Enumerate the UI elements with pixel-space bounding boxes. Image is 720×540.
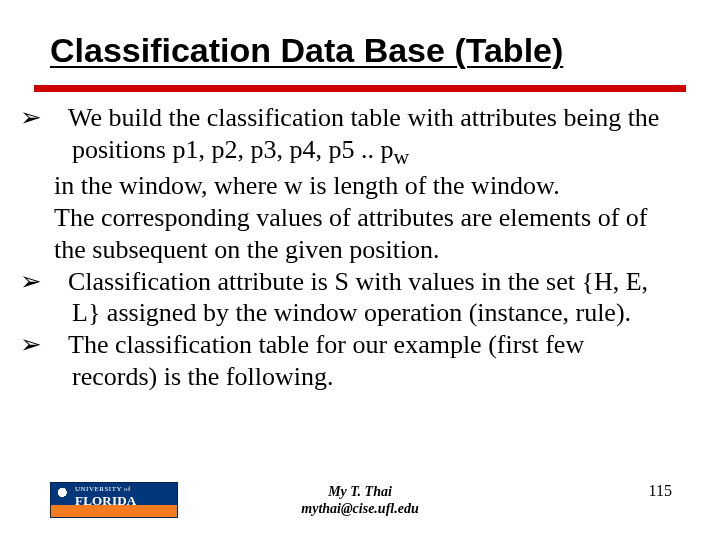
bullet-2-text: Classification attribute is S with value… xyxy=(68,267,648,328)
bullet-2: ➢Classification attribute is S with valu… xyxy=(40,266,670,329)
bullet-1-line-b: The corresponding values of attributes a… xyxy=(54,202,670,265)
slide-title: Classification Data Base (Table) xyxy=(50,32,670,69)
bullet-1: ➢We build the classification table with … xyxy=(40,102,670,170)
page-number: 115 xyxy=(649,482,672,500)
arrow-icon: ➢ xyxy=(46,266,68,298)
bullet-1-lead: We build the classification table with a… xyxy=(68,103,659,164)
bullet-3-text: The classification table for our example… xyxy=(68,330,584,391)
author-name: My T. Thai xyxy=(301,484,418,501)
author-block: My T. Thai mythai@cise.ufl.edu xyxy=(301,484,418,518)
footer: UNIVERSITY of FLORIDA My T. Thai mythai@… xyxy=(0,468,720,518)
title-underline-bar xyxy=(34,85,686,92)
bullet-1-line-a: in the window, where w is length of the … xyxy=(54,170,670,202)
arrow-icon: ➢ xyxy=(46,102,68,134)
slide-body: ➢We build the classification table with … xyxy=(40,102,670,392)
uf-logo-main: FLORIDA xyxy=(75,493,136,509)
author-email: mythai@cise.ufl.edu xyxy=(301,501,418,518)
bullet-3: ➢The classification table for our exampl… xyxy=(40,329,670,392)
slide: Classification Data Base (Table) ➢We bui… xyxy=(0,0,720,540)
arrow-icon: ➢ xyxy=(46,329,68,361)
uf-logo-top: UNIVERSITY of xyxy=(75,485,131,493)
uf-logo: UNIVERSITY of FLORIDA xyxy=(50,482,178,518)
uf-seal-icon xyxy=(55,486,71,502)
bullet-1-sub: w xyxy=(393,145,409,169)
